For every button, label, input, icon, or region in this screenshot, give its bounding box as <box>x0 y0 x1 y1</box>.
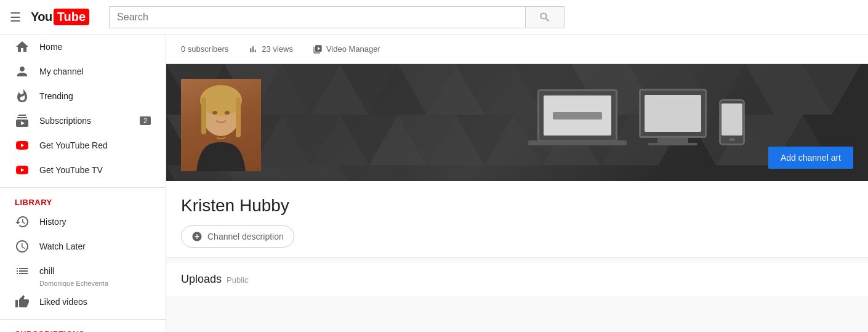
search-input[interactable] <box>109 6 525 28</box>
uploads-section: Uploads Public <box>166 263 868 296</box>
svg-marker-47 <box>282 166 340 181</box>
watch-later-icon <box>15 239 30 254</box>
devices-illustration <box>528 83 745 145</box>
channel-banner: Add channel art <box>166 64 868 181</box>
search-button[interactable] <box>525 6 565 28</box>
svg-point-58 <box>225 111 230 115</box>
main-content: 0 subscribers 23 views Video Manager <box>166 34 868 296</box>
library-section-label: LIBRARY <box>0 193 166 209</box>
sidebar-item-get-youtube-tv[interactable]: Get YouTube TV <box>0 158 166 182</box>
avatar-image <box>181 79 261 171</box>
fire-icon <box>15 89 30 103</box>
get-youtube-red-label: Get YouTube Red <box>39 140 108 150</box>
svg-rect-56 <box>236 97 241 137</box>
channel-description-button[interactable]: Channel description <box>181 225 294 248</box>
search-icon <box>539 11 551 23</box>
stats-bar: 0 subscribers 23 views Video Manager <box>166 34 868 64</box>
svg-marker-49 <box>340 166 398 181</box>
youtube-red-icon <box>15 138 30 153</box>
get-youtube-tv-label: Get YouTube TV <box>39 165 103 175</box>
sidebar-item-home[interactable]: Home <box>0 34 166 59</box>
channel-info: Kristen Hubby Channel description <box>166 181 868 258</box>
add-channel-art-button[interactable]: Add channel art <box>768 147 853 169</box>
sidebar: Home My channel Trending Subscriptions 2 <box>0 34 166 296</box>
chill-label: chill <box>39 266 54 276</box>
video-manager-text: Video Manager <box>326 44 380 54</box>
sidebar-item-my-channel[interactable]: My channel <box>0 59 166 84</box>
svg-point-54 <box>200 85 242 116</box>
menu-icon[interactable]: ☰ <box>10 10 21 25</box>
sidebar-item-trending[interactable]: Trending <box>0 84 166 108</box>
views-text: 23 views <box>262 44 293 54</box>
watch-later-label: Watch Later <box>39 241 86 251</box>
playlist-icon <box>15 264 30 278</box>
subscribers-text: 0 subscribers <box>181 44 228 54</box>
sidebar-item-history[interactable]: History <box>0 209 166 234</box>
trending-label: Trending <box>39 91 73 101</box>
divider-library <box>0 187 166 188</box>
history-label: History <box>39 217 66 227</box>
channel-avatar <box>181 79 261 171</box>
video-manager-stat[interactable]: Video Manager <box>313 44 380 54</box>
layout: Home My channel Trending Subscriptions 2 <box>0 0 868 296</box>
thumb-up-icon <box>15 294 30 296</box>
subscribers-stat: 0 subscribers <box>181 44 228 54</box>
banner-pattern <box>166 64 868 181</box>
subscriptions-label: Subscriptions <box>39 116 91 126</box>
views-stat: 23 views <box>248 44 293 54</box>
sidebar-item-liked-videos[interactable]: Liked videos <box>0 289 166 296</box>
home-label: Home <box>39 42 62 52</box>
subscriptions-badge: 2 <box>140 116 151 125</box>
uploads-header: Uploads Public <box>181 273 853 286</box>
subscriptions-icon <box>15 113 30 128</box>
sidebar-item-chill[interactable]: chill <box>0 259 166 283</box>
add-circle-icon <box>191 231 203 242</box>
bar-chart-icon <box>248 44 258 54</box>
svg-point-57 <box>212 111 217 115</box>
history-icon <box>15 214 30 229</box>
sidebar-item-subscriptions[interactable]: Subscriptions 2 <box>0 108 166 133</box>
person-icon <box>15 64 30 79</box>
video-manager-icon <box>313 44 323 54</box>
topbar: ☰ YouTube <box>0 0 868 34</box>
logo-tube: Tube <box>54 9 89 25</box>
search-wrap <box>109 6 565 28</box>
sidebar-item-get-youtube-red[interactable]: Get YouTube Red <box>0 133 166 158</box>
logo-you: You <box>31 10 52 24</box>
channel-name: Kristen Hubby <box>181 196 853 216</box>
uploads-visibility: Public <box>227 275 248 285</box>
svg-rect-55 <box>201 97 206 134</box>
channel-description-label: Channel description <box>207 232 284 241</box>
youtube-tv-icon <box>15 163 30 177</box>
sidebar-item-watch-later[interactable]: Watch Later <box>0 234 166 259</box>
logo[interactable]: YouTube <box>31 9 89 25</box>
uploads-title: Uploads <box>181 273 222 286</box>
home-icon <box>15 39 30 54</box>
my-channel-label: My channel <box>39 67 84 76</box>
